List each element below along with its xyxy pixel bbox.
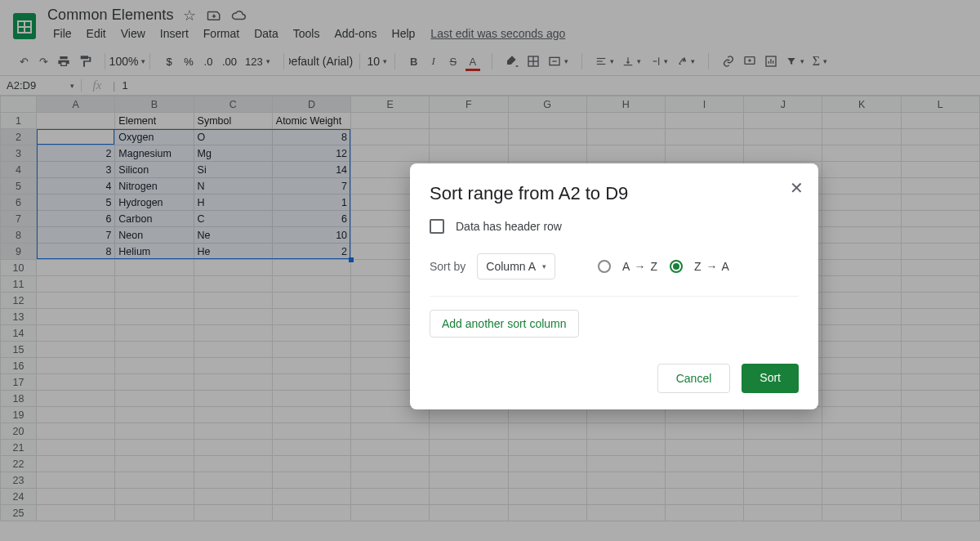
cell-L19[interactable] bbox=[901, 407, 979, 423]
cell-K14[interactable] bbox=[822, 325, 901, 342]
cell-G21[interactable] bbox=[508, 440, 586, 456]
cell-H3[interactable] bbox=[586, 145, 665, 162]
cell-A18[interactable] bbox=[37, 391, 115, 407]
cell-B7[interactable]: Carbon bbox=[115, 211, 194, 227]
cell-A11[interactable] bbox=[37, 276, 115, 293]
cell-G25[interactable] bbox=[508, 505, 586, 521]
cell-A8[interactable]: 7 bbox=[37, 227, 115, 244]
cell-G2[interactable] bbox=[508, 129, 586, 145]
menu-file[interactable]: File bbox=[47, 25, 78, 42]
menu-format[interactable]: Format bbox=[198, 25, 245, 42]
row-header-13[interactable]: 13 bbox=[1, 309, 37, 325]
cell-K16[interactable] bbox=[822, 358, 901, 374]
cell-H22[interactable] bbox=[586, 456, 665, 472]
cell-L6[interactable] bbox=[901, 194, 979, 211]
cell-F20[interactable] bbox=[430, 423, 508, 440]
cell-L21[interactable] bbox=[901, 440, 979, 456]
cell-K24[interactable] bbox=[822, 489, 901, 505]
cell-B10[interactable] bbox=[115, 260, 194, 276]
cell-L14[interactable] bbox=[901, 325, 979, 342]
sheets-logo-icon[interactable] bbox=[8, 5, 41, 47]
cell-B14[interactable] bbox=[115, 325, 194, 342]
cell-D18[interactable] bbox=[272, 391, 350, 407]
cell-C7[interactable]: C bbox=[194, 211, 272, 227]
cell-F25[interactable] bbox=[430, 505, 508, 521]
cell-K21[interactable] bbox=[822, 440, 901, 456]
cell-C16[interactable] bbox=[194, 358, 272, 374]
cell-D10[interactable] bbox=[272, 260, 350, 276]
text-color-icon[interactable]: A bbox=[464, 51, 482, 72]
cell-K2[interactable] bbox=[822, 129, 901, 145]
star-icon[interactable]: ☆ bbox=[182, 8, 197, 23]
cell-L15[interactable] bbox=[901, 342, 979, 358]
cell-B11[interactable] bbox=[115, 276, 194, 293]
cell-E25[interactable] bbox=[351, 505, 430, 521]
cell-A24[interactable] bbox=[37, 489, 115, 505]
undo-icon[interactable]: ↶ bbox=[15, 51, 33, 72]
cell-D15[interactable] bbox=[272, 342, 350, 358]
row-header-22[interactable]: 22 bbox=[1, 456, 37, 472]
cell-B16[interactable] bbox=[115, 358, 194, 374]
cell-C22[interactable] bbox=[194, 456, 272, 472]
cell-L23[interactable] bbox=[901, 472, 979, 489]
cell-L20[interactable] bbox=[901, 423, 979, 440]
cell-G1[interactable] bbox=[508, 113, 586, 129]
cell-C4[interactable]: Si bbox=[194, 162, 272, 178]
merge-cells-icon[interactable] bbox=[545, 51, 572, 72]
cell-H25[interactable] bbox=[586, 505, 665, 521]
cell-K22[interactable] bbox=[822, 456, 901, 472]
menu-tools[interactable]: Tools bbox=[287, 25, 326, 42]
cell-A5[interactable]: 4 bbox=[37, 178, 115, 194]
cell-K7[interactable] bbox=[822, 211, 901, 227]
cell-J25[interactable] bbox=[744, 505, 822, 521]
format-currency[interactable]: $ bbox=[160, 51, 178, 72]
radio-a-to-z[interactable] bbox=[598, 260, 611, 273]
cell-D3[interactable]: 12 bbox=[272, 145, 350, 162]
cell-C15[interactable] bbox=[194, 342, 272, 358]
select-all-corner[interactable] bbox=[1, 96, 37, 113]
cell-A23[interactable] bbox=[37, 472, 115, 489]
sort-button[interactable]: Sort bbox=[742, 364, 799, 393]
cell-K19[interactable] bbox=[822, 407, 901, 423]
row-header-15[interactable]: 15 bbox=[1, 342, 37, 358]
row-header-23[interactable]: 23 bbox=[1, 472, 37, 489]
text-rotation-icon[interactable]: A bbox=[673, 51, 698, 72]
cell-K18[interactable] bbox=[822, 391, 901, 407]
cell-K25[interactable] bbox=[822, 505, 901, 521]
insert-comment-icon[interactable] bbox=[740, 51, 760, 72]
cell-D21[interactable] bbox=[272, 440, 350, 456]
cell-I21[interactable] bbox=[665, 440, 743, 456]
move-icon[interactable] bbox=[207, 8, 221, 23]
format-percent[interactable]: % bbox=[180, 51, 198, 72]
cell-E24[interactable] bbox=[351, 489, 430, 505]
cell-C10[interactable] bbox=[194, 260, 272, 276]
bold-icon[interactable]: B bbox=[405, 51, 423, 72]
row-header-18[interactable]: 18 bbox=[1, 391, 37, 407]
cell-E21[interactable] bbox=[351, 440, 430, 456]
column-header-C[interactable]: C bbox=[194, 96, 272, 113]
row-header-12[interactable]: 12 bbox=[1, 293, 37, 309]
cell-C9[interactable]: He bbox=[194, 244, 272, 260]
cell-L12[interactable] bbox=[901, 293, 979, 309]
row-header-16[interactable]: 16 bbox=[1, 358, 37, 374]
cell-C24[interactable] bbox=[194, 489, 272, 505]
zoom-select[interactable]: 100% bbox=[110, 51, 145, 72]
cell-D24[interactable] bbox=[272, 489, 350, 505]
cell-I23[interactable] bbox=[665, 472, 743, 489]
row-header-4[interactable]: 4 bbox=[1, 162, 37, 178]
cell-A13[interactable] bbox=[37, 309, 115, 325]
cell-B2[interactable]: Oxygen bbox=[115, 129, 194, 145]
strikethrough-icon[interactable]: S bbox=[444, 51, 462, 72]
decrease-decimal[interactable]: .0 bbox=[199, 51, 217, 72]
cell-K9[interactable] bbox=[822, 244, 901, 260]
formula-input[interactable]: 1 bbox=[115, 79, 127, 92]
cell-A15[interactable] bbox=[37, 342, 115, 358]
cell-B22[interactable] bbox=[115, 456, 194, 472]
cell-C23[interactable] bbox=[194, 472, 272, 489]
cell-G24[interactable] bbox=[508, 489, 586, 505]
insert-chart-icon[interactable] bbox=[761, 51, 781, 72]
cell-D19[interactable] bbox=[272, 407, 350, 423]
font-family-select[interactable]: Default (Arial) bbox=[289, 51, 354, 72]
cell-D12[interactable] bbox=[272, 293, 350, 309]
cell-I25[interactable] bbox=[665, 505, 743, 521]
